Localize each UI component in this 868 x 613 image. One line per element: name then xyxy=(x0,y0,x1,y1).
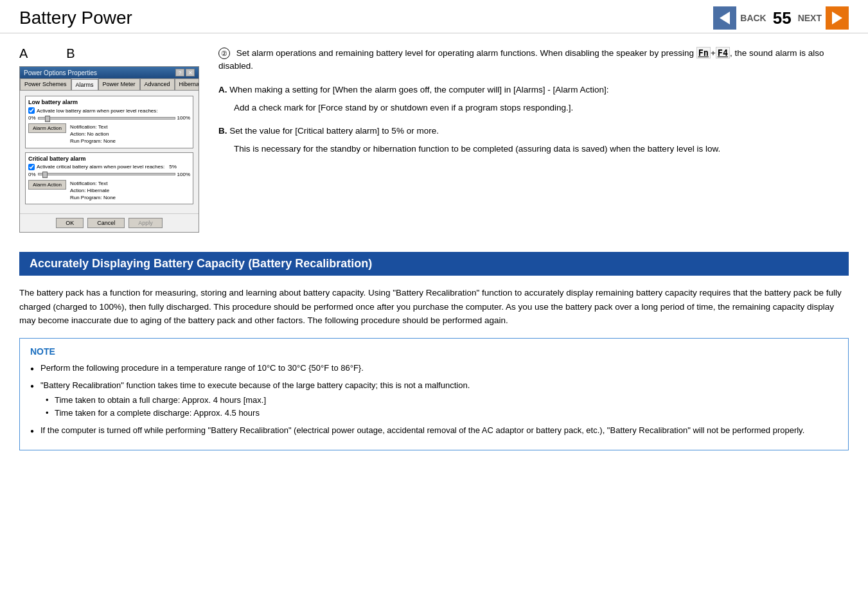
note-list: Perform the following procedure in a tem… xyxy=(30,362,838,437)
page-title: Battery Power xyxy=(19,8,132,28)
critical-battery-slider[interactable] xyxy=(38,173,175,175)
low-battery-alarm-action-btn[interactable]: Alarm Action xyxy=(28,123,66,133)
critical-battery-slider-row: 0% 100% xyxy=(28,172,190,177)
sub-item-1-text: Time taken to obtain a full charge: Appr… xyxy=(55,395,266,405)
dialog-controls: ? ✕ xyxy=(175,69,195,76)
power-options-dialog: Power Options Properties ? ✕ Power Schem… xyxy=(19,66,199,233)
step-b-text1: Set the value for [Critical battery alar… xyxy=(229,126,439,136)
step2-line: ② Set alarm operations and remaining bat… xyxy=(218,46,849,73)
note-item-1: Perform the following procedure in a tem… xyxy=(30,362,838,375)
bottom-section: Accurately Displaying Battery Capacity (… xyxy=(0,252,868,463)
ok-button[interactable]: OK xyxy=(56,218,84,228)
recalibration-heading: Accurately Displaying Battery Capacity (… xyxy=(19,252,849,276)
sub-item-1: Time taken to obtain a full charge: Appr… xyxy=(46,395,838,406)
critical-battery-checkbox[interactable] xyxy=(28,164,35,170)
note-item-2: "Battery Recalibration" function takes t… xyxy=(30,379,838,419)
step-a-text1: When making a setting for [When the alar… xyxy=(229,85,608,94)
low-battery-action-row: Alarm Action Notification: Text Action: … xyxy=(28,123,190,145)
next-button[interactable] xyxy=(826,6,849,30)
step-a-line1: A. When making a setting for [When the a… xyxy=(218,84,849,96)
dialog-tabs: Power Schemes Alarms Power Meter Advance… xyxy=(20,78,199,91)
low-battery-checkbox[interactable] xyxy=(28,107,35,114)
fn-key: Fn xyxy=(696,47,711,58)
main-content: A B Power Options Properties ? ✕ Power S… xyxy=(0,33,868,245)
page-number: 55 xyxy=(773,8,792,28)
low-battery-checkbox-row: Activate low battery alarm when power le… xyxy=(28,107,190,114)
critical-battery-title: Critical battery alarm xyxy=(28,155,190,162)
diagram-labels: A B xyxy=(19,46,199,61)
sub-item-2-text: Time taken for a complete discharge: App… xyxy=(55,408,260,418)
back-label: BACK xyxy=(740,13,766,23)
header: Battery Power BACK 55 NEXT xyxy=(0,0,868,33)
low-battery-section: Low battery alarm Activate low battery a… xyxy=(25,96,193,148)
help-button[interactable]: ? xyxy=(175,69,184,76)
step-a-block: A. When making a setting for [When the a… xyxy=(218,84,849,115)
dialog-footer: OK Cancel Apply xyxy=(20,213,199,232)
critical-battery-min: 0% xyxy=(28,172,36,177)
back-arrow-icon xyxy=(720,12,730,24)
tab-power-schemes[interactable]: Power Schemes xyxy=(20,78,71,90)
page-container: Battery Power BACK 55 NEXT A B Power Opt… xyxy=(0,0,868,613)
low-battery-max: 100% xyxy=(177,115,190,121)
step-b-line2: This is necessary for the standby or hib… xyxy=(234,143,849,155)
critical-battery-percent: 5% xyxy=(169,164,177,170)
apply-button[interactable]: Apply xyxy=(128,218,163,228)
nav-buttons: BACK 55 NEXT xyxy=(713,6,849,30)
back-button[interactable] xyxy=(713,6,736,30)
critical-battery-max: 100% xyxy=(177,172,190,177)
label-b: B xyxy=(66,46,75,61)
note-item-1-text: Perform the following procedure in a tem… xyxy=(40,363,364,373)
step-a-line2: Add a check mark for [Force stand by or … xyxy=(234,102,849,114)
note-item-2-text: "Battery Recalibration" function takes t… xyxy=(40,380,470,390)
step-b-line1: B. Set the value for [Critical battery a… xyxy=(218,125,849,138)
low-battery-min: 0% xyxy=(28,115,36,121)
sub-item-2: Time taken for a complete discharge: App… xyxy=(46,407,838,419)
dialog-title-bar: Power Options Properties ? ✕ xyxy=(20,67,199,78)
step2-circle: ② xyxy=(218,48,230,59)
note-item-3-text: If the computer is turned off while perf… xyxy=(40,425,804,435)
tab-power-meter[interactable]: Power Meter xyxy=(98,78,140,90)
low-battery-info: Notification: Text Action: No action Run… xyxy=(70,123,116,145)
cancel-button[interactable]: Cancel xyxy=(87,218,125,228)
note-box: NOTE Perform the following procedure in … xyxy=(19,338,849,450)
note-item-3: If the computer is turned off while perf… xyxy=(30,424,838,437)
tab-alarms[interactable]: Alarms xyxy=(71,79,98,91)
close-button[interactable]: ✕ xyxy=(186,69,195,76)
critical-battery-alarm-action-btn[interactable]: Alarm Action xyxy=(28,180,66,190)
critical-battery-checkbox-label: Activate critical battery alarm when pow… xyxy=(37,164,164,170)
f4-key: F4 xyxy=(716,47,730,58)
next-label: NEXT xyxy=(798,13,822,23)
critical-battery-section: Critical battery alarm Activate critical… xyxy=(25,152,193,205)
critical-battery-info: Notification: Text Action: Hibernate Run… xyxy=(70,180,116,202)
label-a: A xyxy=(19,46,28,61)
right-panel: ② Set alarm operations and remaining bat… xyxy=(218,46,849,233)
tab-advanced[interactable]: Advanced xyxy=(140,78,175,90)
step-a-label: A. xyxy=(218,85,227,94)
step2-block: ② Set alarm operations and remaining bat… xyxy=(218,46,849,73)
recalibration-para: The battery pack has a function for meas… xyxy=(19,286,849,328)
critical-battery-checkbox-row: Activate critical battery alarm when pow… xyxy=(28,164,190,170)
low-battery-checkbox-label: Activate low battery alarm when power le… xyxy=(37,108,158,114)
step-b-label: B. xyxy=(218,126,227,136)
left-panel: A B Power Options Properties ? ✕ Power S… xyxy=(19,46,199,233)
critical-battery-action-row: Alarm Action Notification: Text Action: … xyxy=(28,180,190,202)
next-arrow-icon xyxy=(832,12,842,24)
dialog-title: Power Options Properties xyxy=(24,69,97,76)
step-b-block: B. Set the value for [Critical battery a… xyxy=(218,125,849,156)
dialog-body: Low battery alarm Activate low battery a… xyxy=(20,91,199,213)
plus-sign: + xyxy=(711,48,716,58)
low-battery-title: Low battery alarm xyxy=(28,99,190,105)
tab-hibernate[interactable]: Hibernate xyxy=(175,78,199,90)
low-battery-slider[interactable] xyxy=(38,117,175,120)
sub-list: Time taken to obtain a full charge: Appr… xyxy=(40,395,838,419)
note-title: NOTE xyxy=(30,346,838,357)
step2-text-prefix: Set alarm operations and remaining batte… xyxy=(236,48,696,58)
low-battery-slider-row: 0% 100% xyxy=(28,115,190,121)
